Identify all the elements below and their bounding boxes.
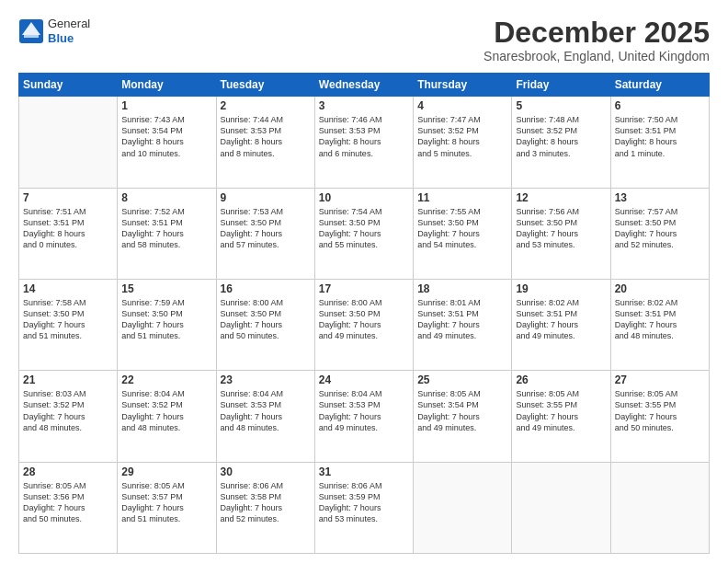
calendar-cell: 7Sunrise: 7:51 AMSunset: 3:51 PMDaylight…: [19, 188, 118, 279]
day-number: 18: [417, 282, 507, 295]
day-number: 7: [23, 191, 113, 204]
day-number: 12: [516, 191, 606, 204]
calendar-cell: [19, 97, 118, 188]
calendar-cell: 17Sunrise: 8:00 AMSunset: 3:50 PMDayligh…: [314, 279, 413, 370]
day-number: 23: [221, 373, 311, 386]
header: General Blue December 2025 Snaresbrook, …: [18, 17, 710, 63]
cell-info: Sunrise: 8:04 AMSunset: 3:53 PMDaylight:…: [319, 388, 409, 433]
cell-info: Sunrise: 8:05 AMSunset: 3:56 PMDaylight:…: [23, 480, 113, 525]
subtitle: Snaresbrook, England, United Kingdom: [483, 49, 710, 63]
day-number: 4: [417, 99, 507, 112]
calendar-cell: 25Sunrise: 8:05 AMSunset: 3:54 PMDayligh…: [414, 371, 512, 462]
calendar-cell: 13Sunrise: 7:57 AMSunset: 3:50 PMDayligh…: [610, 188, 709, 279]
calendar-cell: 22Sunrise: 8:04 AMSunset: 3:52 PMDayligh…: [118, 371, 216, 462]
logo-icon: [18, 18, 44, 44]
cell-info: Sunrise: 7:57 AMSunset: 3:50 PMDaylight:…: [615, 206, 705, 251]
col-header-sunday: Sunday: [19, 74, 118, 97]
cell-info: Sunrise: 8:04 AMSunset: 3:52 PMDaylight:…: [121, 388, 211, 433]
calendar-cell: 15Sunrise: 7:59 AMSunset: 3:50 PMDayligh…: [118, 279, 216, 370]
day-number: 13: [615, 191, 705, 204]
day-number: 2: [221, 99, 311, 112]
cell-info: Sunrise: 7:50 AMSunset: 3:51 PMDaylight:…: [615, 114, 705, 159]
calendar-cell: 11Sunrise: 7:55 AMSunset: 3:50 PMDayligh…: [414, 188, 512, 279]
col-header-monday: Monday: [118, 74, 216, 97]
calendar-cell: 31Sunrise: 8:06 AMSunset: 3:59 PMDayligh…: [314, 462, 413, 553]
calendar-cell: [414, 462, 512, 553]
cell-info: Sunrise: 7:43 AMSunset: 3:54 PMDaylight:…: [121, 114, 211, 159]
day-number: 26: [516, 373, 606, 386]
calendar-cell: 5Sunrise: 7:48 AMSunset: 3:52 PMDaylight…: [512, 97, 610, 188]
logo-blue: Blue: [48, 31, 90, 46]
cell-info: Sunrise: 8:01 AMSunset: 3:51 PMDaylight:…: [417, 297, 507, 342]
day-number: 31: [319, 465, 409, 478]
cell-info: Sunrise: 8:04 AMSunset: 3:53 PMDaylight:…: [221, 388, 311, 433]
calendar-cell: 16Sunrise: 8:00 AMSunset: 3:50 PMDayligh…: [216, 279, 314, 370]
logo-general: General: [48, 17, 90, 31]
calendar-cell: 24Sunrise: 8:04 AMSunset: 3:53 PMDayligh…: [314, 371, 413, 462]
cell-info: Sunrise: 7:51 AMSunset: 3:51 PMDaylight:…: [23, 206, 113, 251]
cell-info: Sunrise: 7:52 AMSunset: 3:51 PMDaylight:…: [121, 206, 211, 251]
calendar-week-row: 14Sunrise: 7:58 AMSunset: 3:50 PMDayligh…: [19, 279, 710, 370]
calendar-cell: 12Sunrise: 7:56 AMSunset: 3:50 PMDayligh…: [512, 188, 610, 279]
day-number: 21: [23, 373, 113, 386]
cell-info: Sunrise: 7:44 AMSunset: 3:53 PMDaylight:…: [221, 114, 311, 159]
day-number: 27: [615, 373, 705, 386]
day-number: 16: [221, 282, 311, 295]
calendar-cell: 1Sunrise: 7:43 AMSunset: 3:54 PMDaylight…: [118, 97, 216, 188]
calendar-cell: 4Sunrise: 7:47 AMSunset: 3:52 PMDaylight…: [414, 97, 512, 188]
title-block: December 2025 Snaresbrook, England, Unit…: [483, 17, 710, 63]
day-number: 14: [23, 282, 113, 295]
cell-info: Sunrise: 8:00 AMSunset: 3:50 PMDaylight:…: [319, 297, 409, 342]
cell-info: Sunrise: 8:02 AMSunset: 3:51 PMDaylight:…: [615, 297, 705, 342]
logo: General Blue: [18, 17, 90, 45]
cell-info: Sunrise: 8:05 AMSunset: 3:55 PMDaylight:…: [615, 388, 705, 433]
cell-info: Sunrise: 7:59 AMSunset: 3:50 PMDaylight:…: [121, 297, 211, 342]
calendar-cell: 8Sunrise: 7:52 AMSunset: 3:51 PMDaylight…: [118, 188, 216, 279]
calendar-cell: 6Sunrise: 7:50 AMSunset: 3:51 PMDaylight…: [610, 97, 709, 188]
calendar-cell: 23Sunrise: 8:04 AMSunset: 3:53 PMDayligh…: [216, 371, 314, 462]
calendar-week-row: 7Sunrise: 7:51 AMSunset: 3:51 PMDaylight…: [19, 188, 710, 279]
day-number: 10: [319, 191, 409, 204]
day-number: 5: [516, 99, 606, 112]
calendar-cell: 18Sunrise: 8:01 AMSunset: 3:51 PMDayligh…: [414, 279, 512, 370]
col-header-tuesday: Tuesday: [216, 74, 314, 97]
calendar-week-row: 1Sunrise: 7:43 AMSunset: 3:54 PMDaylight…: [19, 97, 710, 188]
day-number: 9: [221, 191, 311, 204]
calendar-cell: 26Sunrise: 8:05 AMSunset: 3:55 PMDayligh…: [512, 371, 610, 462]
calendar-cell: [610, 462, 709, 553]
cell-info: Sunrise: 7:56 AMSunset: 3:50 PMDaylight:…: [516, 206, 606, 251]
day-number: 30: [221, 465, 311, 478]
calendar-cell: 14Sunrise: 7:58 AMSunset: 3:50 PMDayligh…: [19, 279, 118, 370]
day-number: 28: [23, 465, 113, 478]
cell-info: Sunrise: 7:53 AMSunset: 3:50 PMDaylight:…: [221, 206, 311, 251]
cell-info: Sunrise: 7:55 AMSunset: 3:50 PMDaylight:…: [417, 206, 507, 251]
day-number: 6: [615, 99, 705, 112]
calendar-cell: 27Sunrise: 8:05 AMSunset: 3:55 PMDayligh…: [610, 371, 709, 462]
cell-info: Sunrise: 7:48 AMSunset: 3:52 PMDaylight:…: [516, 114, 606, 159]
calendar-cell: 9Sunrise: 7:53 AMSunset: 3:50 PMDaylight…: [216, 188, 314, 279]
day-number: 20: [615, 282, 705, 295]
calendar-header-row: SundayMondayTuesdayWednesdayThursdayFrid…: [19, 74, 710, 97]
calendar-cell: 2Sunrise: 7:44 AMSunset: 3:53 PMDaylight…: [216, 97, 314, 188]
page: General Blue December 2025 Snaresbrook, …: [0, 0, 728, 563]
calendar-cell: 29Sunrise: 8:05 AMSunset: 3:57 PMDayligh…: [118, 462, 216, 553]
cell-info: Sunrise: 8:05 AMSunset: 3:55 PMDaylight:…: [516, 388, 606, 433]
cell-info: Sunrise: 8:03 AMSunset: 3:52 PMDaylight:…: [23, 388, 113, 433]
col-header-friday: Friday: [512, 74, 610, 97]
day-number: 25: [417, 373, 507, 386]
cell-info: Sunrise: 7:47 AMSunset: 3:52 PMDaylight:…: [417, 114, 507, 159]
calendar-cell: 30Sunrise: 8:06 AMSunset: 3:58 PMDayligh…: [216, 462, 314, 553]
day-number: 8: [121, 191, 211, 204]
cell-info: Sunrise: 8:05 AMSunset: 3:54 PMDaylight:…: [417, 388, 507, 433]
cell-info: Sunrise: 8:06 AMSunset: 3:58 PMDaylight:…: [221, 480, 311, 525]
calendar-cell: 19Sunrise: 8:02 AMSunset: 3:51 PMDayligh…: [512, 279, 610, 370]
day-number: 24: [319, 373, 409, 386]
day-number: 29: [121, 465, 211, 478]
calendar-week-row: 21Sunrise: 8:03 AMSunset: 3:52 PMDayligh…: [19, 371, 710, 462]
logo-text: General Blue: [48, 17, 90, 45]
calendar-cell: 20Sunrise: 8:02 AMSunset: 3:51 PMDayligh…: [610, 279, 709, 370]
calendar-week-row: 28Sunrise: 8:05 AMSunset: 3:56 PMDayligh…: [19, 462, 710, 553]
cell-info: Sunrise: 8:05 AMSunset: 3:57 PMDaylight:…: [121, 480, 211, 525]
day-number: 15: [121, 282, 211, 295]
calendar-cell: 21Sunrise: 8:03 AMSunset: 3:52 PMDayligh…: [19, 371, 118, 462]
